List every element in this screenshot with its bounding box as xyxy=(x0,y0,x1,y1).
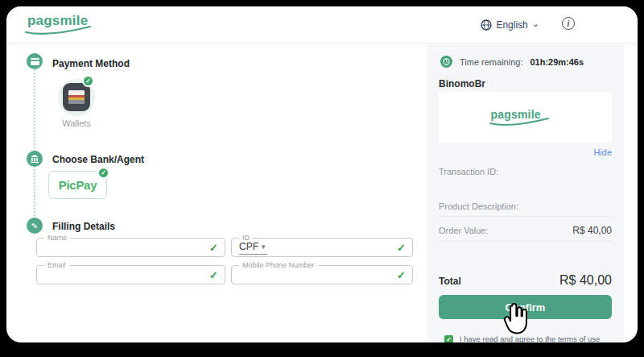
wallet-icon xyxy=(63,83,90,111)
pagsmile-logo: pagsmile xyxy=(27,13,100,39)
phone-field: Mobile Phone Number ✓ xyxy=(231,265,413,284)
email-input[interactable] xyxy=(43,268,175,282)
step3-title: Filling Details xyxy=(52,221,115,232)
chevron-down-icon: ⌄ xyxy=(532,19,539,29)
language-selector[interactable]: English ⌄ xyxy=(481,18,539,32)
pagsmile-logo-small: pagsmile xyxy=(491,107,560,128)
info-icon[interactable]: i xyxy=(562,17,575,30)
id-field: ID CPF ▾ ✓ xyxy=(231,238,413,257)
divider xyxy=(439,241,612,242)
order-value-label: Order Value: xyxy=(439,226,489,235)
language-label: English xyxy=(496,19,527,31)
hide-link[interactable]: Hide xyxy=(439,147,612,157)
total-value: R$ 40,00 xyxy=(559,273,612,288)
terms-row: ✓ I have read and agree to the terms of … xyxy=(444,334,613,342)
checkout-card: pagsmile English ⌄ i Payment Method ✓ Wa… xyxy=(6,6,638,342)
step1-title: Payment Method xyxy=(52,58,130,69)
total-label: Total xyxy=(439,276,461,287)
order-value-row: Order Value: R$ 40,00 xyxy=(439,225,612,236)
phone-input[interactable] xyxy=(238,268,365,282)
pagsmile-logo-text: pagsmile xyxy=(27,13,88,28)
clock-icon xyxy=(440,56,452,68)
confirm-button[interactable]: Confirm xyxy=(439,295,612,319)
name-input[interactable] xyxy=(43,240,175,255)
email-valid-check-icon: ✓ xyxy=(209,269,218,281)
email-field: Email ✓ xyxy=(36,265,225,284)
id-valid-check-icon: ✓ xyxy=(397,242,406,254)
merchant-logo-box: pagsmile xyxy=(439,92,612,143)
picpay-selected-check-icon: ✓ xyxy=(97,167,109,179)
product-description-label: Product Description: xyxy=(439,201,518,211)
picpay-logo: PicPay xyxy=(59,178,97,192)
time-remaining-label: Time remaining: xyxy=(460,57,522,67)
time-remaining-row: Time remaining: 01h:29m:46s xyxy=(440,56,612,68)
name-field: Name ✓ xyxy=(36,238,225,257)
order-value: R$ 40,00 xyxy=(572,225,612,236)
wallet-option-label: Wallets xyxy=(42,118,111,128)
step2-bank-icon xyxy=(27,151,43,167)
id-type-select[interactable]: CPF ▾ xyxy=(239,241,267,255)
merchant-name: BinomoBr xyxy=(439,78,485,89)
globe-icon xyxy=(481,19,492,31)
step1-payment-method-icon xyxy=(27,53,43,69)
terms-checkbox[interactable]: ✓ xyxy=(444,335,453,342)
terms-text: I have read and agree to the terms of us… xyxy=(460,334,613,342)
caret-down-icon: ▾ xyxy=(262,243,266,251)
id-type-value: CPF xyxy=(239,241,258,252)
phone-valid-check-icon: ✓ xyxy=(397,269,406,281)
step2-title: Choose Bank/Agent xyxy=(52,154,144,165)
transaction-id-label: Transaction ID: xyxy=(439,167,498,176)
time-remaining-value: 01h:29m:46s xyxy=(530,57,584,67)
divider xyxy=(439,216,612,217)
header: pagsmile English ⌄ i xyxy=(6,6,638,44)
name-valid-check-icon: ✓ xyxy=(209,242,218,254)
step3-pencil-icon: ✎ xyxy=(27,218,43,234)
step-rail xyxy=(34,63,35,226)
total-row: Total R$ 40,00 xyxy=(439,273,612,288)
wallet-selected-check-icon: ✓ xyxy=(82,75,94,87)
